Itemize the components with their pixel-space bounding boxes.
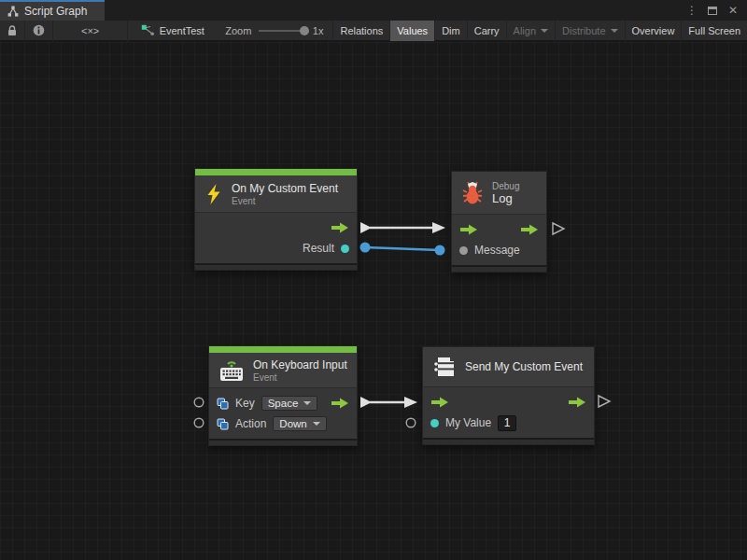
dropdown-caret-icon — [303, 401, 311, 405]
dropdown-caret-icon — [313, 422, 320, 426]
lightning-icon — [204, 183, 223, 205]
event-accent-bar — [209, 346, 357, 353]
info-icon — [33, 24, 45, 36]
values-button[interactable]: Values — [390, 21, 435, 41]
carry-button[interactable]: Carry — [468, 21, 507, 41]
graph-hierarchy-icon — [7, 6, 19, 17]
align-dropdown-caret-icon — [541, 29, 548, 33]
graph-breadcrumb[interactable]: EventTest — [134, 21, 211, 41]
result-port-label: Result — [303, 242, 334, 255]
flow-output-port[interactable] — [520, 224, 539, 235]
node-title: Send My Custom Event — [465, 360, 583, 373]
enum-type-icon — [217, 418, 229, 430]
my-value-port-label: My Value — [445, 416, 491, 429]
bug-icon — [461, 181, 484, 205]
flow-input-port[interactable] — [459, 224, 478, 235]
window-controls: ⋮ ✕ — [684, 0, 747, 21]
node-subtitle: Event — [232, 196, 338, 206]
tab-script-graph[interactable]: Script Graph — [0, 0, 105, 21]
node-on-my-custom-event[interactable]: On My Custom Event Event Result — [194, 168, 358, 271]
maximize-icon[interactable] — [704, 2, 721, 19]
node-on-keyboard-input[interactable]: On Keyboard Input Event Key Space — [208, 345, 358, 446]
lock-icon — [7, 25, 17, 36]
info-button[interactable] — [25, 21, 53, 41]
tab-title: Script Graph — [24, 5, 87, 18]
zoom-slider-handle[interactable] — [300, 26, 309, 35]
window-menu-icon[interactable]: ⋮ — [684, 2, 700, 19]
code-view-icon: <×> — [81, 25, 99, 36]
message-value-port[interactable] — [459, 246, 468, 255]
align-button[interactable]: Align — [507, 21, 556, 41]
key-port-label: Key — [235, 397, 255, 410]
my-value-port[interactable] — [430, 419, 439, 427]
overview-button[interactable]: Overview — [626, 21, 683, 41]
code-view-button[interactable]: <×> — [53, 21, 128, 41]
node-debug-log[interactable]: Debug Log Message — [451, 171, 547, 273]
keyboard-icon — [218, 358, 245, 383]
graph-name: EventTest — [160, 25, 204, 36]
flow-output-port[interactable] — [568, 397, 586, 408]
action-dropdown[interactable]: Down — [273, 416, 326, 431]
node-send-my-custom-event[interactable]: Send My Custom Event My Value — [422, 346, 595, 445]
message-port-label: Message — [474, 244, 520, 257]
node-subtitle: Event — [253, 372, 347, 383]
node-title: On Keyboard Input — [253, 358, 347, 371]
key-dropdown[interactable]: Space — [261, 396, 318, 411]
zoom-label: Zoom — [225, 25, 251, 36]
node-footer — [452, 265, 546, 272]
node-footer — [423, 438, 594, 444]
dim-button[interactable]: Dim — [435, 21, 468, 41]
my-value-input[interactable] — [498, 415, 516, 431]
distribute-dropdown-caret-icon — [611, 29, 618, 33]
enum-type-icon — [217, 398, 229, 410]
tab-bar: Script Graph ⋮ ✕ — [0, 0, 747, 21]
result-value-port[interactable] — [341, 245, 349, 253]
lock-button[interactable] — [0, 21, 25, 41]
flow-output-port[interactable] — [331, 222, 349, 233]
custom-event-icon — [432, 355, 457, 379]
zoom-level: 1x — [313, 25, 324, 36]
relations-button[interactable]: Relations — [332, 21, 390, 41]
graph-toolbar: <×> EventTest Zoom 1x Relations Values D… — [0, 21, 747, 41]
node-footer — [195, 263, 357, 270]
action-port-label: Action — [235, 417, 266, 430]
node-category: Debug — [492, 181, 519, 191]
distribute-button[interactable]: Distribute — [556, 21, 625, 41]
graph-asset-icon — [141, 24, 155, 36]
node-footer — [209, 439, 357, 445]
close-icon[interactable]: ✕ — [725, 2, 741, 19]
node-title: Log — [492, 191, 519, 205]
node-title: On My Custom Event — [232, 182, 338, 195]
flow-output-port[interactable] — [331, 398, 349, 409]
event-accent-bar — [195, 169, 357, 175]
fullscreen-button[interactable]: Full Screen — [682, 21, 747, 41]
unity-script-graph-window: Script Graph ⋮ ✕ <×> — [0, 0, 747, 560]
flow-input-port[interactable] — [430, 397, 449, 408]
zoom-slider[interactable] — [259, 30, 305, 32]
graph-canvas[interactable] — [0, 42, 747, 560]
